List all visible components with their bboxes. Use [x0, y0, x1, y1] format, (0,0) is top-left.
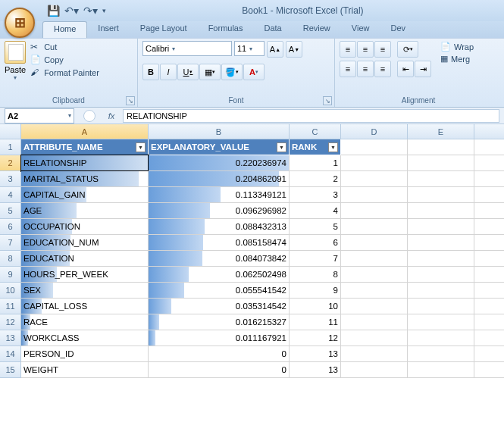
cell-extra-4[interactable] [474, 187, 504, 203]
row-head-15[interactable]: 15 [0, 362, 21, 378]
row-head-7[interactable]: 7 [0, 235, 21, 251]
cell-D15[interactable] [341, 362, 408, 378]
cell-C14[interactable]: 13 [290, 346, 341, 362]
cell-extra-1[interactable] [474, 139, 504, 155]
cell-D11[interactable] [341, 299, 408, 314]
shrink-font-button[interactable]: A▼ [286, 41, 302, 58]
cell-C9[interactable]: 8 [290, 267, 341, 283]
cell-B5[interactable]: 0.096296982 [149, 203, 290, 219]
cut-button[interactable]: Cut [29, 41, 101, 53]
format-painter-button[interactable]: Format Painter [29, 67, 101, 79]
clipboard-dialog-launcher[interactable]: ↘ [126, 96, 135, 105]
cell-extra-3[interactable] [474, 171, 504, 187]
align-bottom-button[interactable]: ≡ [374, 41, 391, 58]
cell-E4[interactable] [408, 187, 474, 203]
row-head-10[interactable]: 10 [0, 283, 21, 299]
cell-extra-13[interactable] [474, 330, 504, 346]
cell-E7[interactable] [408, 235, 474, 251]
cell-B11[interactable]: 0.035314542 [149, 299, 290, 314]
cell-E8[interactable] [408, 251, 474, 267]
cell-C7[interactable]: 6 [290, 235, 341, 251]
cell-A4[interactable]: CAPITAL_GAIN [21, 187, 149, 203]
cell-C6[interactable]: 5 [290, 219, 341, 235]
cell-E9[interactable] [408, 267, 474, 283]
col-head-B[interactable]: B [149, 124, 290, 139]
underline-button[interactable]: U▾ [177, 64, 199, 80]
tab-review[interactable]: Review [293, 21, 341, 38]
cell-B13[interactable]: 0.011167921 [149, 330, 290, 346]
col-head-A[interactable]: A [21, 124, 149, 139]
cell-D14[interactable] [341, 346, 408, 362]
cell-D1[interactable] [341, 139, 408, 155]
office-button[interactable]: ⊞ [5, 8, 35, 38]
tab-formulas[interactable]: Formulas [198, 21, 254, 38]
fx-cancel-icon[interactable] [83, 110, 95, 122]
cell-D13[interactable] [341, 330, 408, 346]
filter-icon[interactable]: ▼ [328, 142, 338, 152]
tab-insert[interactable]: Insert [87, 21, 130, 38]
align-right-button[interactable]: ≡ [374, 61, 391, 77]
cell-extra-11[interactable] [474, 299, 504, 314]
cell-A7[interactable]: EDUCATION_NUM [21, 235, 149, 251]
align-top-button[interactable]: ≡ [340, 41, 356, 58]
row-head-6[interactable]: 6 [0, 219, 21, 235]
paste-button[interactable]: Paste ▾ [5, 41, 26, 81]
cell-C13[interactable]: 12 [290, 330, 341, 346]
cell-E5[interactable] [408, 203, 474, 219]
cell-B2[interactable]: 0.220236974 [149, 155, 290, 171]
row-head-13[interactable]: 13 [0, 330, 21, 346]
cell-B14[interactable]: 0 [149, 346, 290, 362]
row-head-14[interactable]: 14 [0, 346, 21, 362]
row-head-1[interactable]: 1 [0, 139, 21, 155]
cell-E15[interactable] [408, 362, 474, 378]
cell-C10[interactable]: 9 [290, 283, 341, 299]
cell-extra-10[interactable] [474, 283, 504, 299]
decrease-indent-button[interactable]: ⇤ [397, 61, 414, 77]
row-head-4[interactable]: 4 [0, 187, 21, 203]
cell-A3[interactable]: MARITAL_STATUS [21, 171, 149, 187]
cell-E12[interactable] [408, 314, 474, 330]
cell-extra-2[interactable] [474, 155, 504, 171]
align-center-button[interactable]: ≡ [357, 61, 374, 77]
merge-center-button[interactable]: ▦Merg [439, 53, 475, 64]
cell-extra-7[interactable] [474, 235, 504, 251]
cell-D2[interactable] [341, 155, 408, 171]
cell-C3[interactable]: 2 [290, 171, 341, 187]
cell-B8[interactable]: 0.084073842 [149, 251, 290, 267]
cell-C5[interactable]: 4 [290, 203, 341, 219]
col-head-C[interactable]: C [290, 124, 341, 139]
cell-A10[interactable]: SEX [21, 283, 149, 299]
cell-extra-15[interactable] [474, 362, 504, 378]
cell-A8[interactable]: EDUCATION [21, 251, 149, 267]
cell-E13[interactable] [408, 330, 474, 346]
cell-B3[interactable]: 0.204862091 [149, 171, 290, 187]
orientation-button[interactable]: ⟳▾ [397, 41, 418, 58]
cell-C8[interactable]: 7 [290, 251, 341, 267]
cell-extra-9[interactable] [474, 267, 504, 283]
grow-font-button[interactable]: A▲ [267, 41, 283, 58]
cell-D8[interactable] [341, 251, 408, 267]
bold-button[interactable]: B [142, 64, 159, 80]
cell-C4[interactable]: 3 [290, 187, 341, 203]
header-explanatory-value[interactable]: EXPLANATORY_VALUE▼ [149, 139, 290, 155]
align-left-button[interactable]: ≡ [340, 61, 356, 77]
select-all-corner[interactable] [0, 124, 21, 139]
cell-A14[interactable]: PERSON_ID [21, 346, 149, 362]
cell-extra-8[interactable] [474, 251, 504, 267]
row-head-12[interactable]: 12 [0, 314, 21, 330]
undo-icon[interactable]: ↶▾ [64, 5, 79, 17]
cell-B12[interactable]: 0.016215327 [149, 314, 290, 330]
font-color-button[interactable]: A▾ [243, 64, 265, 80]
tab-view[interactable]: View [341, 21, 380, 38]
cell-A6[interactable]: OCCUPATION [21, 219, 149, 235]
fill-color-button[interactable]: 🪣▾ [221, 64, 243, 80]
tab-data[interactable]: Data [253, 21, 292, 38]
cell-B9[interactable]: 0.062502498 [149, 267, 290, 283]
cell-D5[interactable] [341, 203, 408, 219]
cell-E14[interactable] [408, 346, 474, 362]
cell-C11[interactable]: 10 [290, 299, 341, 314]
row-head-11[interactable]: 11 [0, 299, 21, 314]
cell-B15[interactable]: 0 [149, 362, 290, 378]
cell-E2[interactable] [408, 155, 474, 171]
align-middle-button[interactable]: ≡ [357, 41, 374, 58]
